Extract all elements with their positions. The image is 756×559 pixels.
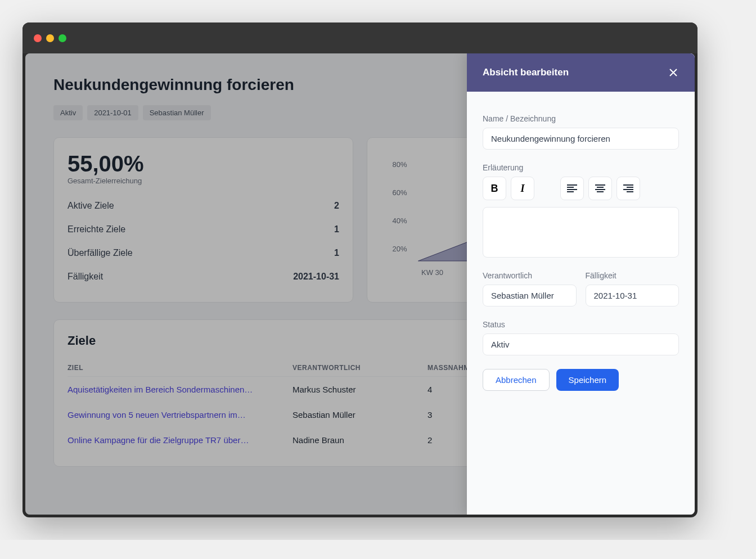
- label-falligkeit: Fälligkeit: [586, 271, 680, 280]
- label-erlauterung: Erläuterung: [483, 163, 679, 172]
- field-verantwortlich: Verantwortlich: [483, 271, 577, 306]
- app-window: Neukundengewinnung forcieren Aktiv 2021-…: [22, 22, 698, 517]
- italic-button[interactable]: I: [511, 177, 534, 200]
- window-close-icon[interactable]: [34, 34, 42, 42]
- field-name: Name / Bezeichnung: [483, 114, 679, 150]
- field-status: Status: [483, 320, 679, 355]
- editor-area[interactable]: [483, 207, 679, 258]
- field-falligkeit: Fälligkeit: [586, 271, 680, 306]
- form-row: Verantwortlich Fälligkeit: [483, 271, 679, 320]
- align-center-button[interactable]: [588, 177, 612, 200]
- drawer-body: Name / Bezeichnung Erläuterung B I: [467, 92, 695, 515]
- window-minimize-icon[interactable]: [46, 34, 54, 42]
- edit-drawer: Absicht bearbeiten Name / Bezeichnung Er…: [467, 53, 695, 515]
- content-area: Neukundengewinnung forcieren Aktiv 2021-…: [25, 53, 695, 515]
- align-right-icon: [623, 184, 633, 192]
- drawer-footer: Abbrechen Speichern: [483, 369, 679, 391]
- label-name: Name / Bezeichnung: [483, 114, 679, 123]
- input-verantwortlich[interactable]: [483, 285, 577, 306]
- align-center-icon: [595, 184, 605, 192]
- window-zoom-icon[interactable]: [58, 34, 66, 42]
- editor-toolbar: B I: [483, 177, 679, 200]
- drawer-header: Absicht bearbeiten: [467, 53, 695, 92]
- align-right-button[interactable]: [616, 177, 640, 200]
- titlebar: [22, 22, 698, 53]
- align-left-icon: [567, 184, 577, 192]
- label-verantwortlich: Verantwortlich: [483, 271, 577, 280]
- input-status[interactable]: [483, 333, 679, 355]
- drawer-title: Absicht bearbeiten: [483, 67, 569, 78]
- label-status: Status: [483, 320, 679, 329]
- cancel-button[interactable]: Abbrechen: [483, 369, 550, 391]
- close-icon[interactable]: [668, 67, 679, 78]
- input-name[interactable]: [483, 128, 679, 150]
- input-falligkeit[interactable]: [586, 285, 680, 306]
- align-left-button[interactable]: [560, 177, 584, 200]
- save-button[interactable]: Speichern: [556, 369, 619, 391]
- field-erlauterung: Erläuterung B I: [483, 163, 679, 258]
- bold-button[interactable]: B: [483, 177, 506, 200]
